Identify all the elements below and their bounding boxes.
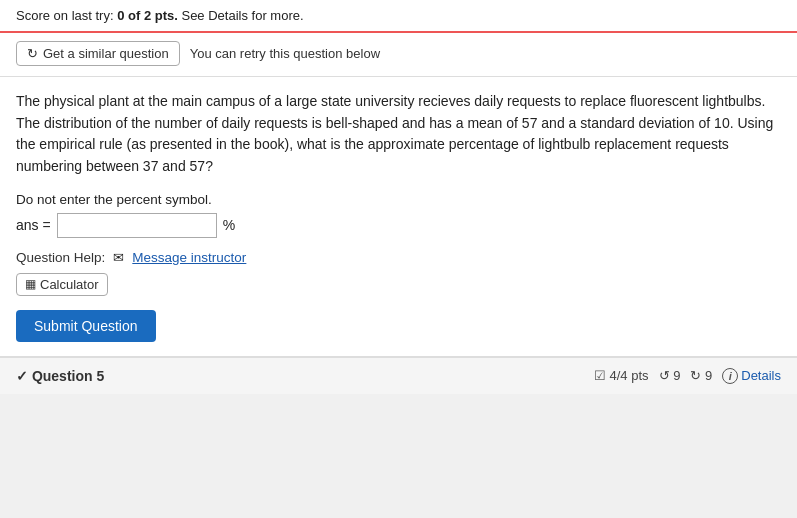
retry-bar: ↻ Get a similar question You can retry t…	[0, 33, 797, 77]
retry-text: You can retry this question below	[190, 46, 380, 61]
similar-icon: ↻	[27, 46, 38, 61]
ans-row: ans = %	[16, 213, 781, 238]
refresh-count: 9	[705, 368, 712, 383]
message-instructor-label: Message instructor	[132, 250, 246, 265]
details-label: Details	[741, 368, 781, 383]
question5-bar: ✓ Question 5 ☑ 4/4 pts ↺ 9 ↻ 9 i Details	[0, 357, 797, 394]
retry-count: 9	[673, 368, 680, 383]
retry-icon: ↺ 9	[659, 368, 681, 383]
pct-label: %	[223, 217, 235, 233]
question5-text: Question 5	[32, 368, 104, 384]
question-help-row: Question Help: ✉ Message instructor	[16, 250, 781, 265]
score-bold: 0 of 2 pts.	[117, 8, 178, 23]
info-icon: i	[722, 368, 738, 384]
calculator-button[interactable]: ▦ Calculator	[16, 273, 108, 296]
ans-input[interactable]	[57, 213, 217, 238]
submit-question-button[interactable]: Submit Question	[16, 310, 156, 342]
ans-label: ans =	[16, 217, 51, 233]
calculator-icon: ▦	[25, 277, 36, 291]
question5-label: ✓ Question 5	[16, 368, 104, 384]
question5-chevron: ✓	[16, 368, 32, 384]
score-text-after: See Details for more.	[178, 8, 304, 23]
question5-meta: ☑ 4/4 pts ↺ 9 ↻ 9 i Details	[594, 368, 782, 384]
score-text-before: Score on last try:	[16, 8, 117, 23]
retry-arrow-icon: ↺	[659, 368, 670, 383]
details-link[interactable]: i Details	[722, 368, 781, 384]
pts-label: 4/4 pts	[610, 368, 649, 383]
calculator-label: Calculator	[40, 277, 99, 292]
question5-pts: ☑ 4/4 pts	[594, 368, 649, 383]
page-wrapper: Score on last try: 0 of 2 pts. See Detai…	[0, 0, 797, 394]
score-bar: Score on last try: 0 of 2 pts. See Detai…	[0, 0, 797, 33]
get-similar-button[interactable]: ↻ Get a similar question	[16, 41, 180, 66]
refresh-icon-group: ↻ 9	[690, 368, 712, 383]
help-label: Question Help:	[16, 250, 105, 265]
envelope-icon: ✉	[113, 250, 124, 265]
refresh-arrow-icon: ↻	[690, 368, 701, 383]
get-similar-label: Get a similar question	[43, 46, 169, 61]
question-text: The physical plant at the main campus of…	[16, 91, 781, 178]
question-body: The physical plant at the main campus of…	[0, 77, 797, 357]
pts-check-icon: ☑	[594, 368, 606, 383]
calculator-row: ▦ Calculator	[16, 273, 781, 296]
no-percent-label: Do not enter the percent symbol.	[16, 192, 781, 207]
message-instructor-link[interactable]: Message instructor	[132, 250, 246, 265]
submit-label: Submit Question	[34, 318, 138, 334]
